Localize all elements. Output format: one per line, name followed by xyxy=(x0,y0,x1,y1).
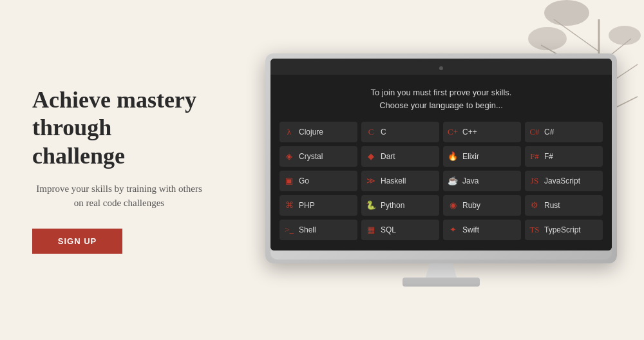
lang-label: C# xyxy=(544,128,554,137)
language-button-c#[interactable]: C#C# xyxy=(525,122,603,142)
language-button-shell[interactable]: >_Shell xyxy=(279,220,357,240)
dart-icon: ◆ xyxy=(365,151,377,162)
lang-label: PHP xyxy=(299,201,315,210)
language-button-f#[interactable]: F#F# xyxy=(525,146,603,167)
elixir-icon: 🔥 xyxy=(447,151,459,162)
crystal-icon: ◈ xyxy=(283,151,295,162)
camera-dot xyxy=(439,66,443,70)
language-button-go[interactable]: ▣Go xyxy=(279,171,357,191)
lang-label: F# xyxy=(544,152,553,161)
clojure-icon: λ xyxy=(283,127,295,137)
lang-label: C++ xyxy=(462,128,477,137)
rust-icon: ⚙ xyxy=(529,200,540,211)
c#-icon: C# xyxy=(529,127,540,137)
lang-label: SQL xyxy=(381,225,396,234)
go-icon: ▣ xyxy=(283,176,295,186)
language-button-crystal[interactable]: ◈Crystal xyxy=(279,146,357,167)
monitor-bottom-bar xyxy=(270,250,612,260)
lang-label: TypeScript xyxy=(544,225,581,234)
svg-point-8 xyxy=(544,0,589,26)
svg-point-9 xyxy=(609,26,641,45)
lang-label: Elixir xyxy=(462,152,479,161)
language-button-swift[interactable]: ✦Swift xyxy=(443,220,521,240)
language-button-typescript[interactable]: TSTypeScript xyxy=(525,220,603,240)
right-panel: To join you must first prove your skills… xyxy=(238,0,644,340)
monitor-neck xyxy=(422,263,460,278)
lang-label: Rust xyxy=(544,201,560,210)
typescript-icon: TS xyxy=(529,225,540,235)
lang-label: Python xyxy=(381,201,404,210)
main-heading: Achieve mastery through challenge xyxy=(32,86,206,170)
signup-button[interactable]: SIGN UP xyxy=(32,229,122,254)
monitor-base xyxy=(402,278,480,287)
svg-point-10 xyxy=(528,27,567,50)
c++-icon: C+ xyxy=(447,127,459,137)
lang-label: C xyxy=(381,128,386,137)
sql-icon: ▦ xyxy=(365,225,377,235)
c-icon: C xyxy=(365,127,377,137)
lang-label: Clojure xyxy=(299,128,323,137)
ruby-icon: ◉ xyxy=(447,200,459,211)
javascript-icon: JS xyxy=(529,176,540,186)
left-panel: Achieve mastery through challenge Improv… xyxy=(0,0,238,340)
sub-text: Improve your skills by training with oth… xyxy=(32,182,206,211)
monitor-bezel: To join you must first prove your skills… xyxy=(270,59,612,250)
monitor-outer: To join you must first prove your skills… xyxy=(265,53,617,263)
monitor-screen: To join you must first prove your skills… xyxy=(270,75,612,250)
lang-label: Dart xyxy=(381,152,395,161)
php-icon: ⌘ xyxy=(283,200,295,211)
monitor-camera xyxy=(270,59,612,75)
lang-label: JavaScript xyxy=(544,176,580,185)
lang-label: Java xyxy=(462,176,478,185)
f#-icon: F# xyxy=(529,151,540,162)
language-button-c++[interactable]: C+C++ xyxy=(443,122,521,142)
swift-icon: ✦ xyxy=(447,225,459,235)
language-button-java[interactable]: ☕Java xyxy=(443,171,521,191)
language-button-php[interactable]: ⌘PHP xyxy=(279,195,357,216)
lang-label: Shell xyxy=(299,225,316,234)
language-button-javascript[interactable]: JSJavaScript xyxy=(525,171,603,191)
lang-label: Swift xyxy=(462,225,479,234)
language-button-elixir[interactable]: 🔥Elixir xyxy=(443,146,521,167)
language-button-ruby[interactable]: ◉Ruby xyxy=(443,195,521,216)
language-grid: λClojureCCC+C++C#C#◈Crystal◆Dart🔥ElixirF… xyxy=(279,122,603,240)
shell-icon: >_ xyxy=(283,225,295,235)
python-icon: 🐍 xyxy=(365,200,377,211)
language-button-dart[interactable]: ◆Dart xyxy=(361,146,439,167)
lang-label: Ruby xyxy=(462,201,480,210)
lang-label: Crystal xyxy=(299,152,323,161)
language-button-rust[interactable]: ⚙Rust xyxy=(525,195,603,216)
haskell-icon: ≫ xyxy=(365,176,377,186)
java-icon: ☕ xyxy=(447,176,459,186)
language-button-clojure[interactable]: λClojure xyxy=(279,122,357,142)
monitor: To join you must first prove your skills… xyxy=(265,53,617,287)
screen-prompt: To join you must first prove your skills… xyxy=(279,86,603,111)
language-button-haskell[interactable]: ≫Haskell xyxy=(361,171,439,191)
lang-label: Go xyxy=(299,176,309,185)
language-button-c[interactable]: CC xyxy=(361,122,439,142)
lang-label: Haskell xyxy=(381,176,406,185)
language-button-sql[interactable]: ▦SQL xyxy=(361,220,439,240)
language-button-python[interactable]: 🐍Python xyxy=(361,195,439,216)
